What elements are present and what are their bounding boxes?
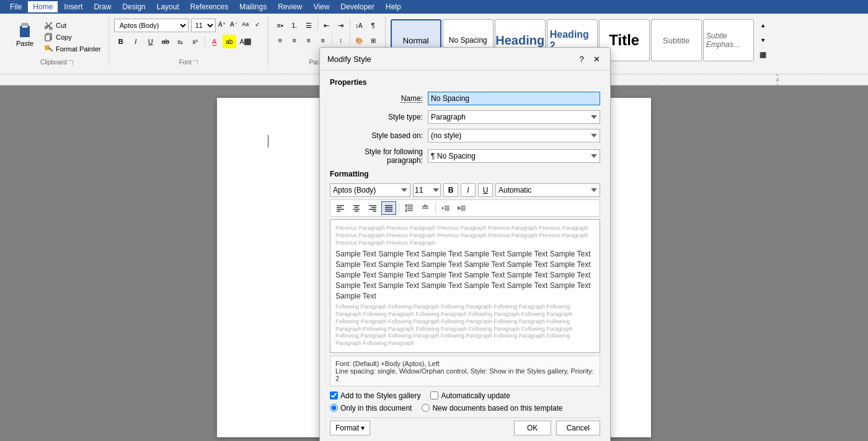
text-shading-button[interactable]: A⬛ xyxy=(237,35,254,48)
align-left-btn[interactable] xyxy=(333,201,348,215)
dialog-help-button[interactable]: ? xyxy=(575,53,588,65)
borders-button[interactable]: ⊞ xyxy=(366,33,380,47)
new-docs-radio[interactable] xyxy=(422,404,430,412)
font-size-select[interactable]: 11 xyxy=(191,19,216,32)
italic-button[interactable]: I xyxy=(129,35,143,48)
menu-home[interactable]: Home xyxy=(28,1,58,12)
format-dropdown-button[interactable]: Format ▾ xyxy=(330,421,370,435)
menu-developer[interactable]: Developer xyxy=(335,1,379,12)
show-hide-button[interactable]: ¶ xyxy=(366,19,380,32)
style-based-select[interactable]: (no style) xyxy=(428,129,600,142)
auto-update-checkbox-label[interactable]: Automatically update xyxy=(430,391,510,400)
style-type-row: Style type: Paragraph xyxy=(330,110,600,124)
dialog-footer: Format ▾ OK Cancel xyxy=(330,417,600,435)
font-color-button[interactable]: A̲ xyxy=(208,35,221,48)
increase-indent-btn[interactable] xyxy=(454,201,469,215)
paragraph-row2: ≡ ≡ ≡ ≡ ↕ 🎨 ⊞ xyxy=(273,33,380,47)
bullets-button[interactable]: ≡• xyxy=(273,19,287,32)
styles-expand-button[interactable]: ⬛ xyxy=(756,48,770,62)
space-before-btn[interactable] xyxy=(418,201,433,215)
svg-line-6 xyxy=(49,48,53,51)
align-right-btn[interactable] xyxy=(365,201,380,215)
menu-design[interactable]: Design xyxy=(117,1,150,12)
font-row2: B I U ab x₂ x² A̲ ab A⬛ xyxy=(114,35,254,48)
clear-format-button[interactable]: ✓ xyxy=(252,19,263,30)
justify-btn[interactable] xyxy=(381,201,396,215)
clipboard-expand-icon[interactable] xyxy=(68,60,73,65)
cancel-button[interactable]: Cancel xyxy=(556,421,600,435)
ok-button[interactable]: OK xyxy=(514,421,551,435)
line-spacing-select-btn[interactable] xyxy=(402,201,417,215)
style-type-select[interactable]: Paragraph xyxy=(428,110,600,124)
only-this-doc-radio-label[interactable]: Only in this document xyxy=(330,404,412,413)
menu-insert[interactable]: Insert xyxy=(59,1,87,12)
font-case-button[interactable]: Aa xyxy=(240,19,251,30)
styles-scroll-up-button[interactable]: ▲ xyxy=(756,19,770,32)
format-bold-button[interactable]: B xyxy=(443,183,458,197)
align-center-btn[interactable] xyxy=(349,201,364,215)
justify-button[interactable]: ≡ xyxy=(316,33,330,47)
numbering-button[interactable]: 1. xyxy=(288,19,301,32)
sort-button[interactable]: ↕A xyxy=(352,19,366,32)
styles-scroll-down-button[interactable]: ▼ xyxy=(756,33,770,47)
auto-update-checkbox[interactable] xyxy=(430,391,438,400)
line-spacing-button[interactable]: ↕ xyxy=(334,33,348,47)
menu-review[interactable]: Review xyxy=(273,1,307,12)
superscript-button[interactable]: x² xyxy=(188,35,202,48)
menu-help[interactable]: Help xyxy=(381,1,406,12)
align-right-button[interactable]: ≡ xyxy=(302,33,316,47)
only-this-doc-radio[interactable] xyxy=(330,404,338,412)
style-subtle-button[interactable]: Subtle Emphas... xyxy=(703,19,754,61)
cut-button[interactable]: Cut xyxy=(42,20,104,31)
style-heading1-text: Heading xyxy=(495,33,544,48)
align-left-button[interactable]: ≡ xyxy=(273,33,287,47)
menu-references[interactable]: References xyxy=(185,1,233,12)
style-no-spacing-text: No Spacing xyxy=(449,36,487,45)
name-input[interactable] xyxy=(428,92,600,105)
style-normal-text: Normal xyxy=(403,36,429,45)
font-size-increase-button[interactable]: A⁺ xyxy=(216,19,228,30)
checkbox-row: Add to the Styles gallery Automatically … xyxy=(330,391,600,400)
align-center-button[interactable]: ≡ xyxy=(288,33,301,47)
para-sep2 xyxy=(350,19,350,30)
font-size-decrease-button[interactable]: A⁻ xyxy=(228,19,239,30)
menu-mailings[interactable]: Mailings xyxy=(234,1,272,12)
subscript-button[interactable]: x₂ xyxy=(174,35,187,48)
format-font-select[interactable]: Aptos (Body) xyxy=(330,183,410,197)
strikethrough-button[interactable]: ab xyxy=(159,35,172,48)
menu-draw[interactable]: Draw xyxy=(89,1,116,12)
format-italic-button[interactable]: I xyxy=(461,183,476,197)
add-to-gallery-checkbox[interactable] xyxy=(330,391,338,400)
paste-button[interactable]: Paste xyxy=(10,19,40,48)
dialog-title-bar: Modify Style ? ✕ xyxy=(320,48,610,71)
decrease-indent-button[interactable]: ⇤ xyxy=(320,19,334,32)
style-subtitle-button[interactable]: Subtitle xyxy=(651,19,702,61)
align-row xyxy=(330,199,600,217)
increase-indent-button[interactable]: ⇥ xyxy=(334,19,348,32)
only-this-doc-label: Only in this document xyxy=(340,404,412,413)
style-description: Font: (Default) +Body (Aptos), Left Line… xyxy=(330,356,600,386)
multilevel-button[interactable]: ☰ xyxy=(302,19,316,32)
shading-button[interactable]: 🎨 xyxy=(352,33,366,47)
dialog-close-button[interactable]: ✕ xyxy=(590,53,603,65)
format-size-select[interactable]: 11 xyxy=(413,183,441,197)
menu-view[interactable]: View xyxy=(309,1,335,12)
style-following-select[interactable]: ¶ No Spacing xyxy=(428,149,600,163)
menu-file[interactable]: File xyxy=(5,1,27,12)
decrease-indent-btn[interactable] xyxy=(438,201,453,215)
copy-button[interactable]: Copy xyxy=(42,32,104,43)
menu-layout[interactable]: Layout xyxy=(152,1,184,12)
font-face-select[interactable]: Aptos (Body) xyxy=(114,19,188,32)
font-expand-icon[interactable] xyxy=(193,60,198,65)
new-docs-radio-label[interactable]: New documents based on this template xyxy=(422,404,562,413)
bold-button[interactable]: B xyxy=(114,35,128,48)
format-painter-button[interactable]: Format Painter xyxy=(42,43,104,55)
add-to-gallery-checkbox-label[interactable]: Add to the Styles gallery xyxy=(330,391,420,400)
style-subtitle-text: Subtitle xyxy=(663,36,689,45)
clipboard-group: Paste Cut Copy Format Painter Clipboard xyxy=(5,16,109,66)
underline-button[interactable]: U xyxy=(144,35,157,48)
font-label: Font xyxy=(179,59,198,66)
format-color-select[interactable]: Automatic xyxy=(495,183,600,197)
highlight-button[interactable]: ab xyxy=(223,35,236,48)
format-underline-button[interactable]: U xyxy=(478,183,493,197)
